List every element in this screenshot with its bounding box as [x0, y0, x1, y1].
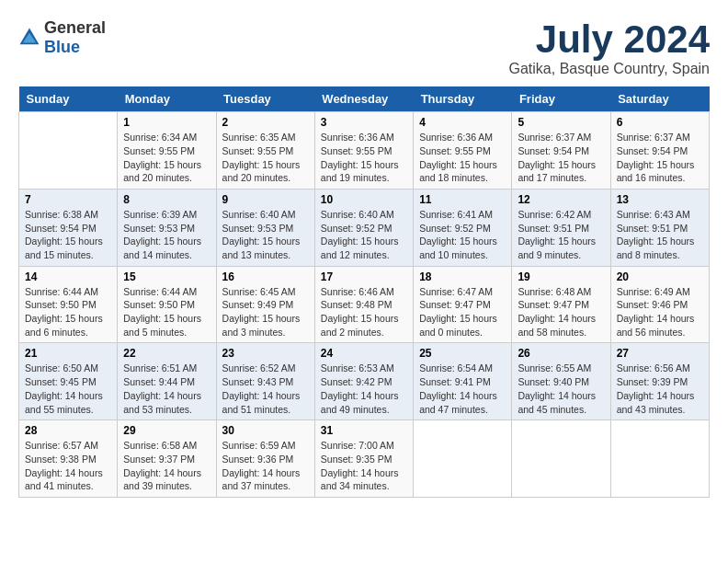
day-info: Sunrise: 6:40 AM Sunset: 9:53 PM Dayligh…	[222, 208, 309, 262]
day-info: Sunrise: 6:55 AM Sunset: 9:40 PM Dayligh…	[518, 362, 604, 416]
day-number: 7	[25, 193, 111, 206]
calendar-cell: 26Sunrise: 6:55 AM Sunset: 9:40 PM Dayli…	[512, 343, 610, 420]
day-number: 21	[25, 347, 111, 360]
day-info: Sunrise: 6:59 AM Sunset: 9:36 PM Dayligh…	[222, 439, 309, 493]
calendar-cell: 29Sunrise: 6:58 AM Sunset: 9:37 PM Dayli…	[118, 420, 216, 498]
column-header-sunday: Sunday	[19, 86, 118, 112]
day-number: 15	[123, 270, 210, 283]
day-number: 12	[518, 193, 604, 206]
calendar-cell: 10Sunrise: 6:40 AM Sunset: 9:52 PM Dayli…	[314, 189, 413, 266]
calendar-cell: 30Sunrise: 6:59 AM Sunset: 9:36 PM Dayli…	[216, 420, 314, 498]
day-info: Sunrise: 6:36 AM Sunset: 9:55 PM Dayligh…	[419, 131, 506, 185]
day-info: Sunrise: 6:38 AM Sunset: 9:54 PM Dayligh…	[25, 208, 111, 262]
day-number: 13	[617, 193, 703, 206]
day-info: Sunrise: 6:44 AM Sunset: 9:50 PM Dayligh…	[25, 285, 111, 339]
calendar-cell: 5Sunrise: 6:37 AM Sunset: 9:54 PM Daylig…	[512, 112, 610, 190]
day-info: Sunrise: 6:37 AM Sunset: 9:54 PM Dayligh…	[518, 131, 604, 185]
calendar-header-row: SundayMondayTuesdayWednesdayThursdayFrid…	[19, 86, 710, 112]
calendar-cell	[512, 420, 610, 498]
day-info: Sunrise: 6:50 AM Sunset: 9:45 PM Dayligh…	[25, 362, 111, 416]
day-number: 19	[518, 270, 604, 283]
day-number: 8	[123, 193, 210, 206]
logo-text: General Blue	[44, 18, 106, 57]
column-header-saturday: Saturday	[610, 86, 709, 112]
calendar-cell: 9Sunrise: 6:40 AM Sunset: 9:53 PM Daylig…	[216, 189, 314, 266]
day-info: Sunrise: 6:36 AM Sunset: 9:55 PM Dayligh…	[321, 131, 407, 185]
day-number: 29	[123, 424, 210, 437]
day-number: 6	[617, 116, 703, 129]
day-number: 31	[321, 424, 407, 437]
calendar-cell: 3Sunrise: 6:36 AM Sunset: 9:55 PM Daylig…	[314, 112, 413, 190]
calendar-cell: 6Sunrise: 6:37 AM Sunset: 9:54 PM Daylig…	[610, 112, 709, 190]
calendar-cell: 18Sunrise: 6:47 AM Sunset: 9:47 PM Dayli…	[414, 266, 512, 343]
calendar-cell: 14Sunrise: 6:44 AM Sunset: 9:50 PM Dayli…	[19, 266, 118, 343]
calendar-body: 1Sunrise: 6:34 AM Sunset: 9:55 PM Daylig…	[19, 112, 710, 498]
calendar-cell: 2Sunrise: 6:35 AM Sunset: 9:55 PM Daylig…	[216, 112, 314, 190]
week-row-5: 28Sunrise: 6:57 AM Sunset: 9:38 PM Dayli…	[19, 420, 710, 498]
week-row-2: 7Sunrise: 6:38 AM Sunset: 9:54 PM Daylig…	[19, 189, 710, 266]
calendar-cell	[19, 112, 118, 190]
month-title: July 2024	[509, 18, 711, 61]
day-number: 10	[321, 193, 407, 206]
calendar-cell: 1Sunrise: 6:34 AM Sunset: 9:55 PM Daylig…	[118, 112, 216, 190]
calendar-cell: 17Sunrise: 6:46 AM Sunset: 9:48 PM Dayli…	[314, 266, 413, 343]
column-header-thursday: Thursday	[414, 86, 512, 112]
calendar-cell: 27Sunrise: 6:56 AM Sunset: 9:39 PM Dayli…	[610, 343, 709, 420]
column-header-monday: Monday	[118, 86, 216, 112]
logo-icon	[18, 27, 40, 49]
day-number: 28	[25, 424, 111, 437]
day-info: Sunrise: 6:57 AM Sunset: 9:38 PM Dayligh…	[25, 439, 111, 493]
day-number: 14	[25, 270, 111, 283]
day-number: 5	[518, 116, 604, 129]
day-info: Sunrise: 6:49 AM Sunset: 9:46 PM Dayligh…	[617, 285, 703, 339]
location-title: Gatika, Basque Country, Spain	[509, 61, 711, 77]
day-number: 23	[222, 347, 309, 360]
day-info: Sunrise: 7:00 AM Sunset: 9:35 PM Dayligh…	[321, 439, 407, 493]
header: General Blue July 2024 Gatika, Basque Co…	[18, 18, 710, 77]
logo: General Blue	[18, 18, 106, 57]
calendar-cell: 23Sunrise: 6:52 AM Sunset: 9:43 PM Dayli…	[216, 343, 314, 420]
calendar-cell: 20Sunrise: 6:49 AM Sunset: 9:46 PM Dayli…	[610, 266, 709, 343]
day-number: 22	[123, 347, 210, 360]
day-info: Sunrise: 6:34 AM Sunset: 9:55 PM Dayligh…	[123, 131, 210, 185]
day-info: Sunrise: 6:56 AM Sunset: 9:39 PM Dayligh…	[617, 362, 703, 416]
calendar-cell: 21Sunrise: 6:50 AM Sunset: 9:45 PM Dayli…	[19, 343, 118, 420]
calendar-cell: 19Sunrise: 6:48 AM Sunset: 9:47 PM Dayli…	[512, 266, 610, 343]
day-number: 26	[518, 347, 604, 360]
day-info: Sunrise: 6:52 AM Sunset: 9:43 PM Dayligh…	[222, 362, 309, 416]
day-info: Sunrise: 6:46 AM Sunset: 9:48 PM Dayligh…	[321, 285, 407, 339]
calendar-cell: 22Sunrise: 6:51 AM Sunset: 9:44 PM Dayli…	[118, 343, 216, 420]
day-info: Sunrise: 6:53 AM Sunset: 9:42 PM Dayligh…	[321, 362, 407, 416]
calendar-cell: 4Sunrise: 6:36 AM Sunset: 9:55 PM Daylig…	[414, 112, 512, 190]
calendar-cell: 8Sunrise: 6:39 AM Sunset: 9:53 PM Daylig…	[118, 189, 216, 266]
column-header-wednesday: Wednesday	[314, 86, 413, 112]
column-header-friday: Friday	[512, 86, 610, 112]
calendar-cell: 7Sunrise: 6:38 AM Sunset: 9:54 PM Daylig…	[19, 189, 118, 266]
calendar-cell: 12Sunrise: 6:42 AM Sunset: 9:51 PM Dayli…	[512, 189, 610, 266]
day-number: 11	[419, 193, 506, 206]
day-number: 2	[222, 116, 309, 129]
day-info: Sunrise: 6:47 AM Sunset: 9:47 PM Dayligh…	[419, 285, 506, 339]
column-header-tuesday: Tuesday	[216, 86, 314, 112]
calendar-cell: 15Sunrise: 6:44 AM Sunset: 9:50 PM Dayli…	[118, 266, 216, 343]
calendar-cell: 31Sunrise: 7:00 AM Sunset: 9:35 PM Dayli…	[314, 420, 413, 498]
logo-general: General	[44, 18, 106, 37]
day-info: Sunrise: 6:35 AM Sunset: 9:55 PM Dayligh…	[222, 131, 309, 185]
title-area: July 2024 Gatika, Basque Country, Spain	[509, 18, 711, 77]
day-info: Sunrise: 6:39 AM Sunset: 9:53 PM Dayligh…	[123, 208, 210, 262]
day-number: 16	[222, 270, 309, 283]
day-number: 20	[617, 270, 703, 283]
day-number: 9	[222, 193, 309, 206]
day-number: 24	[321, 347, 407, 360]
day-number: 4	[419, 116, 506, 129]
day-info: Sunrise: 6:44 AM Sunset: 9:50 PM Dayligh…	[123, 285, 210, 339]
day-number: 3	[321, 116, 407, 129]
day-number: 30	[222, 424, 309, 437]
day-info: Sunrise: 6:51 AM Sunset: 9:44 PM Dayligh…	[123, 362, 210, 416]
calendar-cell: 11Sunrise: 6:41 AM Sunset: 9:52 PM Dayli…	[414, 189, 512, 266]
day-info: Sunrise: 6:40 AM Sunset: 9:52 PM Dayligh…	[321, 208, 407, 262]
day-info: Sunrise: 6:54 AM Sunset: 9:41 PM Dayligh…	[419, 362, 506, 416]
calendar-cell: 16Sunrise: 6:45 AM Sunset: 9:49 PM Dayli…	[216, 266, 314, 343]
week-row-3: 14Sunrise: 6:44 AM Sunset: 9:50 PM Dayli…	[19, 266, 710, 343]
day-info: Sunrise: 6:45 AM Sunset: 9:49 PM Dayligh…	[222, 285, 309, 339]
